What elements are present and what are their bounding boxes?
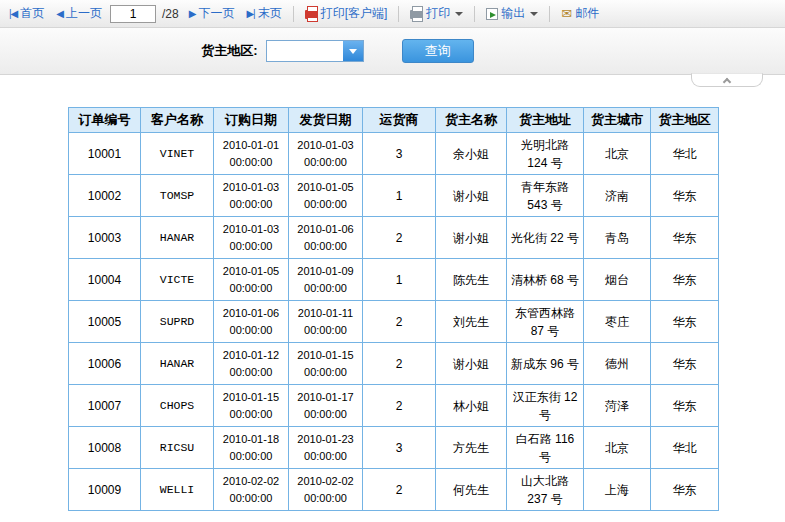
export-dropdown-chevron-icon xyxy=(530,12,538,16)
prev-page-button[interactable]: ◀ 上一页 xyxy=(52,3,106,24)
table-header-cell: 客户名称 xyxy=(141,108,214,133)
table-cell: 谢小姐 xyxy=(436,175,507,217)
table-cell: 2010-01-23 00:00:00 xyxy=(289,427,363,469)
table-cell: 2010-01-11 00:00:00 xyxy=(289,301,363,343)
table-cell: 2010-01-05 00:00:00 xyxy=(214,259,289,301)
table-cell: 10006 xyxy=(69,343,141,385)
table-cell: 2010-02-02 00:00:00 xyxy=(214,469,289,511)
table-cell: 10002 xyxy=(69,175,141,217)
print-label: 打印 xyxy=(426,5,450,22)
print-client-icon xyxy=(305,10,318,19)
table-cell: 德州 xyxy=(584,343,651,385)
toolbar-separator xyxy=(549,6,550,22)
table-row: 10007CHOPS2010-01-15 00:00:002010-01-17 … xyxy=(69,385,719,427)
table-row: 10008RICSU2010-01-18 00:00:002010-01-23 … xyxy=(69,427,719,469)
export-button[interactable]: 输出 xyxy=(482,3,542,24)
next-page-button[interactable]: ▶ 下一页 xyxy=(185,3,239,24)
table-row: 10003HANAR2010-01-03 00:00:002010-01-06 … xyxy=(69,217,719,259)
table-cell: 10008 xyxy=(69,427,141,469)
table-header-cell: 发货日期 xyxy=(289,108,363,133)
table-cell: 2010-01-12 00:00:00 xyxy=(214,343,289,385)
last-page-label: 末页 xyxy=(258,5,282,22)
toolbar-separator xyxy=(398,6,399,22)
first-page-label: 首页 xyxy=(20,5,44,22)
table-cell: 华北 xyxy=(651,133,719,175)
table-header-row: 订单编号客户名称订购日期发货日期运货商货主名称货主地址货主城市货主地区 xyxy=(69,108,719,133)
next-page-label: 下一页 xyxy=(198,5,234,22)
region-select-dropdown-button[interactable] xyxy=(343,41,363,61)
table-cell: 菏泽 xyxy=(584,385,651,427)
table-cell: 北京 xyxy=(584,133,651,175)
parameter-pane-collapse-tab[interactable] xyxy=(691,73,763,87)
export-icon xyxy=(486,8,498,20)
table-cell: 光化街 22 号 xyxy=(507,217,584,259)
table-cell: 2010-01-15 00:00:00 xyxy=(289,343,363,385)
table-cell: 余小姐 xyxy=(436,133,507,175)
table-body: 10001VINET2010-01-01 00:00:002010-01-03 … xyxy=(69,133,719,511)
table-cell: RICSU xyxy=(141,427,214,469)
next-page-icon: ▶ xyxy=(189,8,196,19)
table-header-cell: 运货商 xyxy=(363,108,436,133)
table-cell: 10004 xyxy=(69,259,141,301)
table-cell: 刘先生 xyxy=(436,301,507,343)
print-client-button[interactable]: 打印[客户端] xyxy=(301,3,392,24)
table-header-cell: 货主地址 xyxy=(507,108,584,133)
table-cell: 10003 xyxy=(69,217,141,259)
parameter-pane: 货主地区: 查询 xyxy=(0,28,785,75)
table-cell: 华东 xyxy=(651,259,719,301)
table-cell: 2010-01-09 00:00:00 xyxy=(289,259,363,301)
table-cell: 汉正东街 12 号 xyxy=(507,385,584,427)
table-row: 10009WELLI2010-02-02 00:00:002010-02-02 … xyxy=(69,469,719,511)
total-pages-label: /28 xyxy=(160,7,181,21)
table-row: 10001VINET2010-01-01 00:00:002010-01-03 … xyxy=(69,133,719,175)
table-cell: 2010-01-18 00:00:00 xyxy=(214,427,289,469)
table-cell: 3 xyxy=(363,427,436,469)
table-cell: VICTE xyxy=(141,259,214,301)
table-cell: 10005 xyxy=(69,301,141,343)
table-cell: 10009 xyxy=(69,469,141,511)
table-cell: 何先生 xyxy=(436,469,507,511)
table-cell: 2 xyxy=(363,469,436,511)
table-cell: 华东 xyxy=(651,301,719,343)
print-dropdown-chevron-icon xyxy=(455,12,463,16)
last-page-icon: ▶| xyxy=(246,8,254,19)
table-cell: 华东 xyxy=(651,469,719,511)
table-cell: 华东 xyxy=(651,343,719,385)
table-header-cell: 货主名称 xyxy=(436,108,507,133)
table-cell: 3 xyxy=(363,133,436,175)
table-header-cell: 订单编号 xyxy=(69,108,141,133)
chevron-down-icon xyxy=(349,49,357,54)
chevron-up-icon xyxy=(723,77,731,85)
table-cell: 2010-01-17 00:00:00 xyxy=(289,385,363,427)
table-header-cell: 订购日期 xyxy=(214,108,289,133)
page-number-input[interactable] xyxy=(110,5,156,23)
export-label: 输出 xyxy=(501,5,525,22)
print-button[interactable]: 打印 xyxy=(406,3,467,24)
table-cell: 山大北路 237 号 xyxy=(507,469,584,511)
table-cell: 华东 xyxy=(651,385,719,427)
first-page-button[interactable]: |◀ 首页 xyxy=(5,3,48,24)
printer-icon xyxy=(410,10,423,19)
mail-button[interactable]: ✉ 邮件 xyxy=(557,3,603,24)
table-cell: 2010-01-01 00:00:00 xyxy=(214,133,289,175)
region-select[interactable] xyxy=(266,40,364,62)
table-header-cell: 货主城市 xyxy=(584,108,651,133)
table-cell: 2 xyxy=(363,343,436,385)
table-cell: 济南 xyxy=(584,175,651,217)
query-button[interactable]: 查询 xyxy=(402,39,474,63)
region-select-value xyxy=(267,41,343,61)
pagination-toolbar: |◀ 首页 ◀ 上一页 /28 ▶ 下一页 ▶| 末页 打印[客户端] 打印 输… xyxy=(0,0,785,28)
mail-label: 邮件 xyxy=(575,5,599,22)
table-cell: HANAR xyxy=(141,217,214,259)
report-area: 订单编号客户名称订购日期发货日期运货商货主名称货主地址货主城市货主地区 1000… xyxy=(0,107,785,511)
table-row: 10005SUPRD2010-01-06 00:00:002010-01-11 … xyxy=(69,301,719,343)
table-cell: 北京 xyxy=(584,427,651,469)
table-cell: 青年东路 543 号 xyxy=(507,175,584,217)
table-cell: 2010-01-05 00:00:00 xyxy=(289,175,363,217)
table-cell: 2 xyxy=(363,301,436,343)
table-cell: 2010-01-15 00:00:00 xyxy=(214,385,289,427)
table-header-cell: 货主地区 xyxy=(651,108,719,133)
table-row: 10002TOMSP2010-01-03 00:00:002010-01-05 … xyxy=(69,175,719,217)
last-page-button[interactable]: ▶| 末页 xyxy=(242,3,285,24)
table-head: 订单编号客户名称订购日期发货日期运货商货主名称货主地址货主城市货主地区 xyxy=(69,108,719,133)
